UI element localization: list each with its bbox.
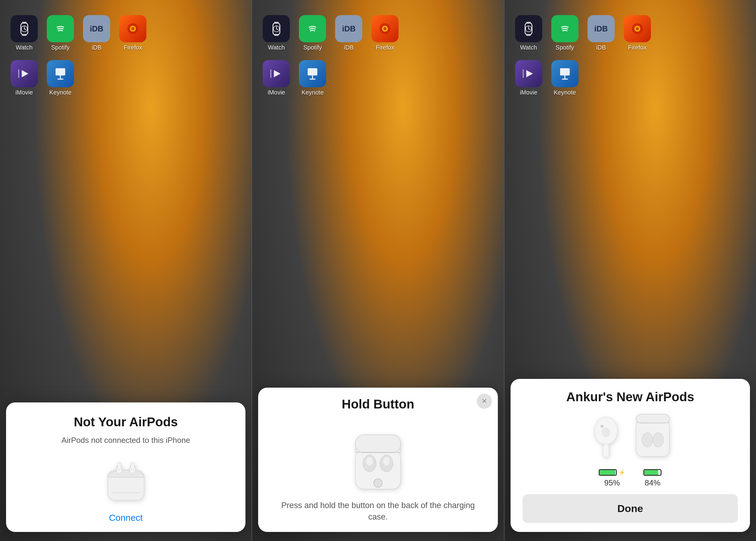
svg-rect-19 [131,462,134,470]
app-grid-2: Watch Spotify iDB iDB Firefox iMovie [261,15,400,96]
spotify-icon-3 [551,15,578,42]
keynote-icon-2 [299,60,326,87]
card-subtitle-2: Press and hold the button on the back of… [270,500,485,523]
app-idb-1[interactable]: iDB iDB [82,15,112,51]
panel-2: Watch Spotify iDB iDB Firefox iMovie [252,0,503,541]
done-button[interactable]: Done [523,494,738,523]
svg-marker-10 [22,70,28,77]
app-imovie-3[interactable]: iMovie [513,60,544,96]
imovie-label-3: iMovie [520,89,537,96]
app-firefox-1[interactable]: Firefox [118,15,148,51]
airpods-connected-illustration [586,411,674,459]
svg-rect-56 [560,68,570,76]
keynote-label-3: Keynote [554,89,576,96]
firefox-label-3: Firefox [628,44,646,51]
app-spotify-2[interactable]: Spotify [298,15,328,51]
battery-bar-left [599,469,617,476]
not-your-airpods-card: Not Your AirPods AirPods not connected t… [6,402,246,532]
svg-marker-31 [274,70,281,77]
battery-left: ⚡ 95% [599,469,625,488]
idb-icon-1: iDB [83,15,110,42]
svg-point-9 [131,27,134,30]
app-keynote-2[interactable]: Keynote [298,60,328,96]
watch-label-2: Watch [268,44,285,51]
keynote-label-2: Keynote [302,89,324,96]
card-title-3: Ankur's New AirPods [566,389,694,404]
app-imovie-1[interactable]: iMovie [9,60,39,96]
firefox-icon-1 [119,15,146,42]
app-watch-3[interactable]: Watch [513,15,544,51]
spotify-icon-2 [299,15,326,42]
imovie-label-1: iMovie [15,89,33,96]
svg-rect-64 [636,414,669,423]
app-grid-1: Watch Spotify iDB iDB Firefox iMovie [9,15,148,96]
watch-label-1: Watch [16,44,33,51]
idb-icon-3: iDB [587,15,615,42]
battery-pct-right: 84% [645,478,660,488]
svg-point-62 [600,425,603,428]
keynote-icon-3 [551,60,578,87]
svg-line-49 [529,29,530,30]
imovie-icon-2 [263,60,290,87]
watch-icon-2 [263,15,290,42]
app-keynote-1[interactable]: Keynote [45,60,76,96]
idb-label-2: iDB [344,44,354,51]
svg-point-67 [653,433,664,447]
firefox-label-2: Firefox [376,44,394,51]
close-button[interactable]: ✕ [477,394,492,409]
app-imovie-2[interactable]: iMovie [261,60,291,96]
spotify-label-2: Spotify [304,44,322,51]
panel-3: Watch Spotify iDB iDB Firefox iMovie [504,0,756,541]
battery-bar-right [643,469,661,476]
svg-point-61 [602,427,610,437]
app-idb-2[interactable]: iDB iDB [334,15,364,51]
imovie-label-2: iMovie [268,89,285,96]
card-title-1: Not Your AirPods [74,414,178,430]
card-title-2: Hold Button [342,397,414,412]
connected-airpods-card: Ankur's New AirPods [510,379,750,532]
firefox-icon-3 [624,15,651,42]
connect-button[interactable]: Connect [109,513,143,523]
battery-right: 84% [643,469,661,488]
app-watch-2[interactable]: Watch [261,15,291,51]
svg-point-41 [374,479,382,487]
spotify-label-3: Spotify [555,44,574,51]
hold-button-card: ✕ Hold Button [258,388,497,532]
watch-label-3: Watch [520,44,537,51]
firefox-label-1: Firefox [124,44,142,51]
airpods-closed-illustration [99,453,153,502]
app-grid-3: Watch Spotify iDB iDB Firefox iMovie [513,15,652,96]
firefox-icon-2 [372,15,398,42]
app-spotify-3[interactable]: Spotify [550,15,580,51]
app-idb-3[interactable]: iDB iDB [586,15,616,51]
app-keynote-3[interactable]: Keynote [550,60,580,96]
app-firefox-2[interactable]: Firefox [370,15,400,51]
idb-icon-2: iDB [335,15,362,42]
svg-rect-35 [310,79,316,80]
svg-rect-46 [526,34,531,36]
svg-rect-12 [56,68,65,76]
imovie-icon-3 [515,60,542,87]
app-spotify-1[interactable]: Spotify [45,15,76,51]
lightning-icon-left: ⚡ [619,469,625,476]
svg-point-30 [383,27,386,30]
card-subtitle-1: AirPods not connected to this iPhone [61,435,190,446]
svg-rect-22 [274,22,279,24]
watch-icon-3 [515,15,542,42]
app-firefox-3[interactable]: Firefox [622,15,652,51]
svg-rect-33 [308,68,317,76]
svg-rect-1 [22,22,27,24]
svg-line-26 [276,29,278,30]
app-watch-1[interactable]: Watch [9,15,39,51]
keynote-label-1: Keynote [49,89,71,96]
spotify-icon-1 [47,15,74,42]
svg-point-66 [642,433,653,447]
svg-rect-23 [274,34,279,36]
svg-marker-54 [526,70,533,77]
svg-point-43 [383,457,390,465]
svg-rect-37 [356,435,400,453]
idb-label-1: iDB [92,44,101,51]
svg-line-5 [24,29,26,30]
spotify-label-1: Spotify [51,44,69,51]
svg-point-53 [636,27,639,30]
